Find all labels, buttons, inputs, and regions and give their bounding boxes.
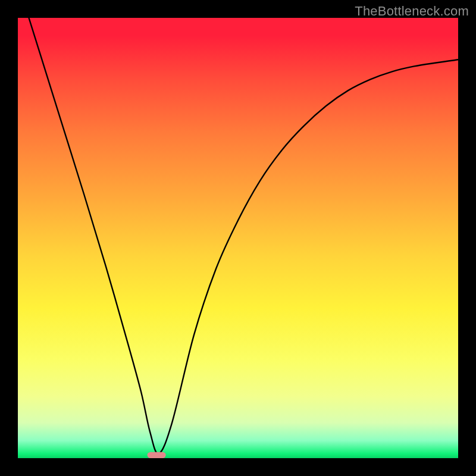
optimum-marker (18, 18, 458, 458)
optimum-marker-rect (148, 452, 166, 458)
chart-plot-area (18, 18, 458, 458)
chart-frame: TheBottleneck.com (0, 0, 476, 476)
watermark-text: TheBottleneck.com (355, 4, 469, 19)
